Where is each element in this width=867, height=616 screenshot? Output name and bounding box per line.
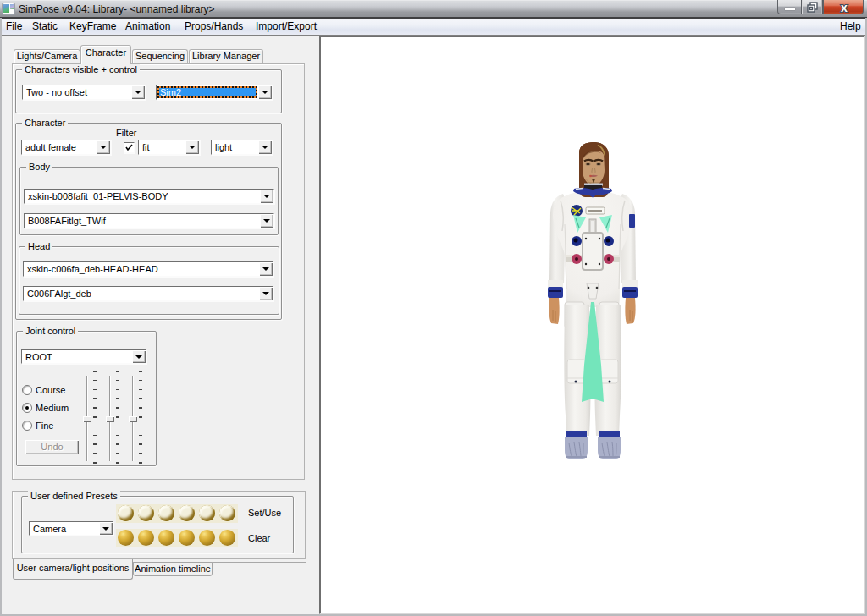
svg-text:x: x (841, 1, 848, 14)
